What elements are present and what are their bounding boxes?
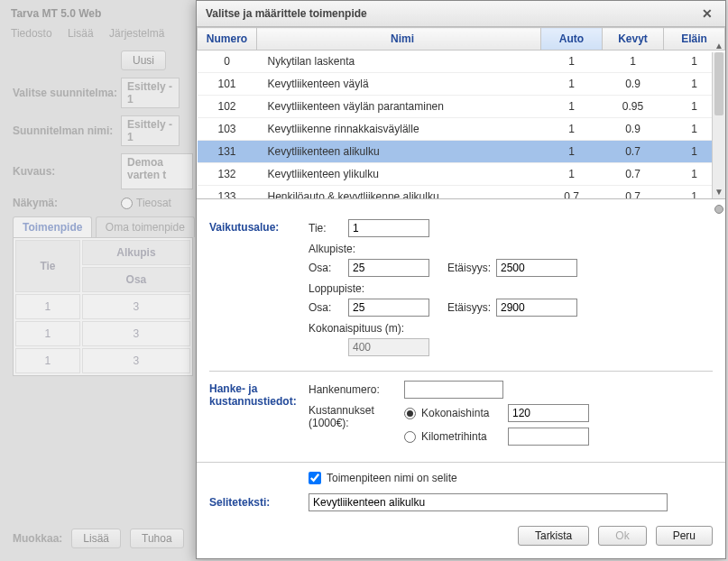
table-row[interactable]: 103Kevytliikenne rinnakkaisväylälle10.91 (198, 118, 725, 141)
tab-toimenpide: Toimenpide (13, 216, 92, 237)
dialog-title: Valitse ja määrittele toimenpide (206, 7, 367, 20)
scroll-thumb[interactable] (714, 52, 723, 115)
alkupiste-label: Alkupiste: (309, 243, 713, 255)
loppu-osa-input[interactable] (348, 299, 429, 317)
dialog-footer: Toimenpiteen nimi on selite Seliteteksti… (197, 463, 725, 558)
hanke-section: Hanke- ja kustannustiedot: Hankenumero: … (209, 371, 713, 463)
seliteteksti-label: Seliteteksti: (209, 496, 309, 509)
hanke-label: Hanke- ja kustannustiedot: (209, 381, 296, 456)
kokonaispituus-label: Kokonaispituus (m): (309, 322, 713, 335)
table-scrollbar[interactable]: ▲ ▼ (712, 52, 725, 198)
edit-bar: Muokkaa: Lisää Tuhoa (13, 529, 184, 548)
table-row[interactable]: 133Henkilöauto & kevytliikenne alikulku0… (198, 186, 725, 200)
kokonaishinta-input[interactable] (508, 404, 589, 422)
bg-grid: Tie Alkupis Osa 13 13 13 (13, 237, 193, 376)
kuvaus-textarea: Demoa varten t (121, 153, 193, 189)
tarkista-button[interactable]: Tarkista (518, 526, 589, 546)
ok-button[interactable]: Ok (598, 526, 646, 546)
valitse-label: Valitse suunnitelma: (13, 87, 121, 99)
nakyma-radio: Tieosat (121, 197, 171, 209)
col-numero[interactable]: Numero (198, 28, 257, 51)
scroll-down-icon[interactable]: ▼ (713, 186, 725, 198)
kokonaispituus-input (348, 338, 429, 356)
tie-input[interactable] (348, 219, 429, 237)
kuvaus-label: Kuvaus: (13, 165, 121, 178)
radio-icon (121, 198, 133, 209)
menu-item: Tiedosto (11, 27, 52, 40)
alku-osa-input[interactable] (348, 259, 429, 277)
vaikutusalue-section: Vaikutusalue: Tie: Alkupiste: Osa: Etäis… (209, 210, 713, 371)
lisaa-button: Lisää (71, 529, 121, 548)
close-icon[interactable]: ✕ (698, 6, 716, 21)
peru-button[interactable]: Peru (656, 526, 713, 546)
menu-item: Järjestelmä (109, 27, 164, 40)
menu-item: Lisää (68, 27, 94, 40)
valitse-select: Esittely - 1 (121, 78, 180, 108)
nimi-input: Esittely - 1 (121, 115, 180, 146)
kokonaishinta-radio[interactable] (404, 408, 416, 419)
dialog-titlebar: Valitse ja määrittele toimenpide ✕ (197, 1, 725, 27)
table-row[interactable]: 131Kevytliikenteen alikulku10.71 (198, 141, 725, 163)
kilometrihinta-input[interactable] (508, 428, 589, 446)
col-auto[interactable]: Auto (541, 28, 603, 51)
col-kevyt[interactable]: Kevyt (603, 28, 664, 51)
toimenpide-table: Numero Nimi Auto Kevyt Eläin 0Nykytilan … (197, 27, 725, 199)
tab-oma: Oma toimenpide (96, 216, 195, 237)
loppu-etaisyys-input[interactable] (496, 299, 577, 317)
scroll-up-icon[interactable]: ▲ (713, 40, 725, 52)
uusi-button: Uusi (121, 51, 166, 70)
dialog: Valitse ja määrittele toimenpide ✕ Numer… (196, 0, 726, 559)
selite-checkbox[interactable] (309, 472, 321, 484)
vaikutusalue-label: Vaikutusalue: (209, 219, 296, 362)
form-scroll-handle[interactable] (714, 205, 723, 214)
selite-chk-label: Toimenpiteen nimi on selite (327, 472, 457, 484)
table-row[interactable]: 0Nykytilan laskenta111 (198, 51, 725, 73)
kilometrihinta-radio[interactable] (404, 431, 416, 443)
hankenumero-input[interactable] (404, 381, 503, 399)
table-row[interactable]: 132Kevytliikenteen ylikulku10.71 (198, 163, 725, 186)
nimi-label: Suunnitelman nimi: (13, 124, 121, 137)
tuhoa-button: Tuhoa (130, 529, 184, 548)
seliteteksti-input[interactable] (309, 493, 668, 511)
loppupiste-label: Loppupiste: (309, 282, 713, 295)
alku-etaisyys-input[interactable] (496, 259, 577, 277)
table-row[interactable]: 101Kevytliikenteen väylä10.91 (198, 73, 725, 96)
table-row[interactable]: 102Kevytliikenteen väylän parantaminen10… (198, 96, 725, 118)
nakyma-label: Näkymä: (13, 197, 121, 209)
col-nimi[interactable]: Nimi (257, 28, 541, 51)
